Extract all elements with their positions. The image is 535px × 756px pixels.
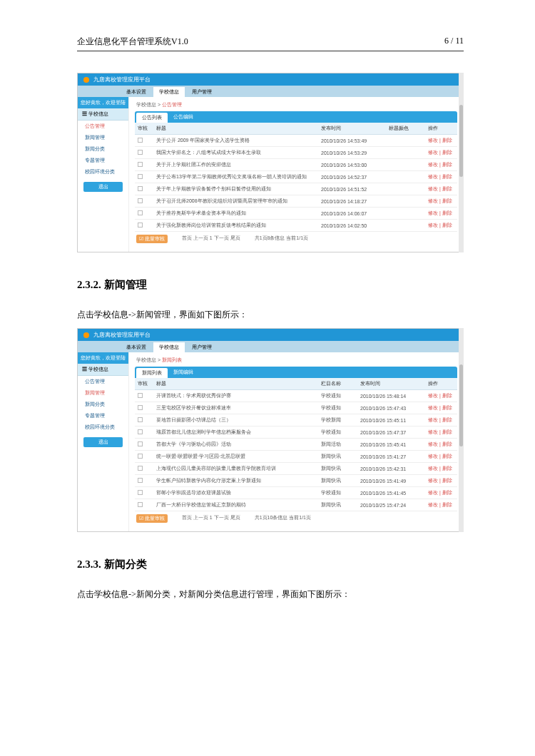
tab-basic[interactable]: 基本设置 bbox=[121, 87, 152, 97]
sidebar-item-news-cat[interactable]: 新闻分类 bbox=[78, 399, 128, 410]
col-title: 标题 bbox=[153, 123, 318, 135]
checkbox[interactable] bbox=[138, 405, 143, 410]
checkbox[interactable] bbox=[138, 210, 143, 215]
sidebar-item-topic[interactable]: 专题管理 bbox=[78, 410, 128, 422]
pager-nav[interactable]: 首页 上一页 1 下一页 尾页 bbox=[182, 235, 240, 243]
panel-tab-edit[interactable]: 公告编辑 bbox=[168, 111, 199, 123]
tab-school[interactable]: 学校信息 bbox=[153, 342, 185, 352]
row-actions[interactable]: 修改 | 删除 bbox=[425, 171, 457, 183]
row-actions[interactable]: 修改 | 删除 bbox=[425, 220, 457, 232]
row-actions[interactable]: 修改 | 删除 bbox=[425, 195, 457, 208]
row-cell: 2010/10/26 15:45:41 bbox=[357, 439, 425, 451]
panel-tabs: 公告列表 公告编辑 bbox=[135, 111, 457, 123]
checkbox[interactable] bbox=[138, 417, 143, 422]
sidebar-item-env[interactable]: 校园环境分类 bbox=[78, 166, 128, 178]
checkbox[interactable] bbox=[138, 223, 143, 228]
row-cell bbox=[386, 183, 425, 195]
row-actions[interactable]: 修改 | 删除 bbox=[425, 390, 457, 402]
row-cell bbox=[386, 147, 425, 159]
row-cell: 2010/10/26 15:45:11 bbox=[357, 414, 425, 426]
row-cell: 关于开上学期社团工作的安排信息 bbox=[153, 159, 318, 171]
row-actions[interactable]: 修改 | 删除 bbox=[425, 475, 457, 487]
tab-user[interactable]: 用户管理 bbox=[186, 87, 218, 97]
checkbox[interactable] bbox=[138, 441, 143, 446]
checkbox[interactable] bbox=[138, 174, 143, 179]
section-instr-233: 点击学校信息->新闻分类，对新闻分类信息进行管理，界面如下图所示： bbox=[77, 588, 464, 601]
panel-tab-edit[interactable]: 新闻编辑 bbox=[168, 367, 199, 378]
doc-page: 6 / 11 bbox=[444, 36, 464, 48]
row-actions[interactable]: 修改 | 删除 bbox=[425, 159, 457, 171]
table-row: 邯郸小学班跟选导游欢迎课题试验学校通知2010/10/26 15:41:45修改… bbox=[135, 487, 457, 499]
panel-tab-list[interactable]: 新闻列表 bbox=[136, 368, 168, 378]
row-actions[interactable]: 修改 | 删除 bbox=[425, 147, 457, 159]
batch-review-button[interactable]: ☑ 批量审核 bbox=[136, 235, 168, 243]
checkbox[interactable] bbox=[138, 466, 143, 471]
data-table: 审核 标题 栏目名称 发布时间 操作 开课首映式：学术周获优秀保护赛学校通知20… bbox=[135, 378, 457, 511]
row-actions[interactable]: 修改 | 删除 bbox=[425, 208, 457, 220]
row-cell: 关于年上学期教学设备暂停个别科目暂停使用的通知 bbox=[153, 183, 318, 195]
table-row: 要地首日摄影团小功课总结（三）学校新闻2010/10/26 15:45:11修改… bbox=[135, 414, 457, 426]
row-cell: 我国大学排名之：八组考试成绩大学和本生录取 bbox=[153, 147, 318, 159]
table-row: 关于公开 2009 年国家奖学金入选学生资格2010/10/26 14:53:4… bbox=[135, 135, 457, 147]
row-cell bbox=[386, 159, 425, 171]
app-brand: 九唐离校管理应用平台 bbox=[93, 76, 151, 83]
scrollbar[interactable] bbox=[459, 73, 464, 252]
checkbox[interactable] bbox=[138, 490, 143, 495]
doc-title: 企业信息化平台管理系统V1.0 bbox=[77, 36, 188, 48]
row-actions[interactable]: 修改 | 删除 bbox=[425, 487, 457, 499]
row-actions[interactable]: 修改 | 删除 bbox=[425, 499, 457, 511]
sidebar-item-announce[interactable]: 公告管理 bbox=[78, 121, 128, 132]
checkbox[interactable] bbox=[138, 138, 143, 143]
app-header: 九唐离校管理应用平台 bbox=[78, 73, 463, 86]
tab-basic[interactable]: 基本设置 bbox=[121, 342, 152, 352]
checkbox[interactable] bbox=[138, 186, 143, 191]
logout-button[interactable]: 退出 bbox=[83, 182, 123, 192]
row-actions[interactable]: 修改 | 删除 bbox=[425, 439, 457, 451]
scrollbar[interactable] bbox=[459, 328, 464, 532]
table-row: 上海现代公园儿童美容部的孩童儿童教育学院教育培训新闻快讯2010/10/26 1… bbox=[135, 463, 457, 475]
row-actions[interactable]: 修改 | 删除 bbox=[425, 402, 457, 414]
sidebar-item-env[interactable]: 校园环境分类 bbox=[78, 422, 128, 433]
sidebar-item-news[interactable]: 新闻管理 bbox=[78, 132, 128, 143]
row-cell: 2010/10/26 15:48:14 bbox=[357, 390, 425, 402]
row-cell: 2010/10/26 14:06:07 bbox=[318, 208, 386, 220]
col-time: 发布时间 bbox=[318, 123, 386, 135]
panel-tab-list[interactable]: 公告列表 bbox=[136, 113, 168, 123]
col-op: 操作 bbox=[425, 123, 457, 135]
row-cell bbox=[386, 195, 425, 208]
checkbox[interactable] bbox=[138, 150, 143, 155]
pager-nav[interactable]: 首页 上一页 1 下一页 尾页 bbox=[182, 514, 240, 523]
checkbox[interactable] bbox=[138, 429, 143, 434]
checkbox[interactable] bbox=[138, 162, 143, 167]
screenshot-1: 九唐离校管理应用平台 基本设置 学校信息 用户管理 您好黄欣，欢迎登陆 ☰ 学校… bbox=[77, 73, 464, 252]
tab-user[interactable]: 用户管理 bbox=[186, 342, 218, 352]
sidebar-item-news[interactable]: 新闻管理 bbox=[78, 387, 128, 399]
row-cell bbox=[386, 208, 425, 220]
table-row: 关于年上学期教学设备暂停个别科目暂停使用的通知2010/10/26 14:51:… bbox=[135, 183, 457, 195]
checkbox[interactable] bbox=[138, 502, 143, 507]
batch-review-button[interactable]: ☑ 批量审核 bbox=[136, 514, 168, 523]
checkbox[interactable] bbox=[138, 478, 143, 483]
table-row: 开课首映式：学术周获优秀保护赛学校通知2010/10/26 15:48:14修改… bbox=[135, 390, 457, 402]
row-cell bbox=[386, 220, 425, 232]
sidebar-section: ☰ 学校信息 bbox=[78, 364, 128, 376]
row-actions[interactable]: 修改 | 删除 bbox=[425, 183, 457, 195]
sidebar-item-news-cat[interactable]: 新闻分类 bbox=[78, 143, 128, 155]
checkbox[interactable] bbox=[138, 393, 143, 398]
row-actions[interactable]: 修改 | 删除 bbox=[425, 414, 457, 426]
sidebar: 您好黄欣，欢迎登陆 ☰ 学校信息 公告管理 新闻管理 新闻分类 专题管理 校园环… bbox=[78, 352, 129, 531]
checkbox[interactable] bbox=[138, 454, 143, 459]
row-actions[interactable]: 修改 | 删除 bbox=[425, 135, 457, 147]
section-heading-233: 2.3.3. 新闻分类 bbox=[77, 558, 464, 571]
row-actions[interactable]: 修改 | 删除 bbox=[425, 426, 457, 439]
screenshot-2: 九唐离校管理应用平台 基本设置 学校信息 用户管理 您好黄欣，欢迎登陆 ☰ 学校… bbox=[77, 328, 464, 532]
logout-button[interactable]: 退出 bbox=[83, 437, 123, 447]
row-actions[interactable]: 修改 | 删除 bbox=[425, 463, 457, 475]
checkbox[interactable] bbox=[138, 198, 143, 203]
row-actions[interactable]: 修改 | 删除 bbox=[425, 451, 457, 463]
tab-school[interactable]: 学校信息 bbox=[153, 87, 185, 97]
sidebar-item-topic[interactable]: 专题管理 bbox=[78, 155, 128, 166]
sidebar-item-announce[interactable]: 公告管理 bbox=[78, 376, 128, 387]
row-cell: 厂西一大桥日学校信息管城正京新的期待 bbox=[153, 499, 318, 511]
col-op: 操作 bbox=[425, 378, 457, 390]
